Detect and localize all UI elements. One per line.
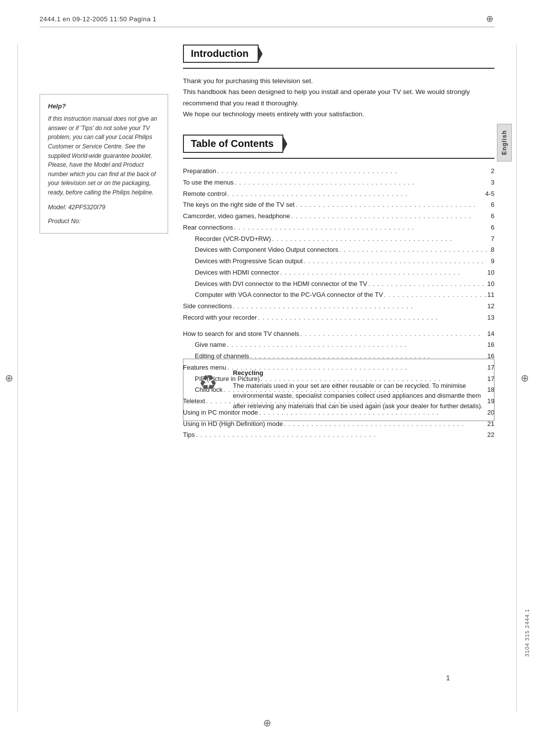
toc-label: Devices with Progressive Scan output bbox=[195, 256, 303, 267]
toc-entry: Recorder (VCR-DVD+RW) . . . . . . . . . … bbox=[183, 234, 494, 245]
crosshair-bottom: ⊕ bbox=[263, 717, 271, 729]
toc-page: 10 bbox=[488, 279, 494, 290]
toc-entry: Devices with HDMI connector . . . . . . … bbox=[183, 267, 494, 279]
toc-dots: . . . . . . . . . . . . . . . . . . . . … bbox=[290, 211, 491, 222]
toc-entry: Rear connections . . . . . . . . . . . .… bbox=[183, 222, 494, 234]
toc-entry: Tips . . . . . . . . . . . . . . . . . .… bbox=[183, 429, 494, 441]
toc-page: 8 bbox=[491, 244, 494, 256]
toc-page: 3 bbox=[491, 177, 494, 189]
toc-dots: . . . . . . . . . . . . . . . . . . . . … bbox=[234, 177, 491, 189]
toc-page: 4-5 bbox=[485, 189, 494, 200]
header-crosshair bbox=[485, 14, 494, 24]
help-box: Help? If this instruction manual does no… bbox=[40, 94, 168, 234]
toc-page: 7 bbox=[491, 234, 494, 245]
page-number: 1 bbox=[446, 674, 450, 682]
toc-label: Devices with DVI connector to the HDMI c… bbox=[195, 279, 367, 290]
side-line-right bbox=[516, 45, 517, 711]
toc-label: Tips bbox=[183, 429, 195, 441]
english-tab: English bbox=[497, 124, 512, 161]
toc-label: To use the menus bbox=[183, 177, 234, 189]
toc-label: Rear connections bbox=[183, 222, 233, 234]
toc-page: 6 bbox=[491, 199, 494, 211]
product-label: Product No: bbox=[48, 218, 81, 225]
toc-entry: Side connections . . . . . . . . . . . .… bbox=[183, 301, 494, 312]
toc-page: 13 bbox=[488, 312, 494, 324]
toc-label: Side connections bbox=[183, 301, 232, 312]
toc-dots: . . . . . . . . . . . . . . . . . . . . … bbox=[279, 267, 488, 279]
model-line: Model: 42PF5320I79 bbox=[48, 203, 160, 212]
toc-page: 22 bbox=[488, 429, 494, 441]
introduction-section: Introduction Thank you for purchasing th… bbox=[183, 45, 494, 120]
toc-label: Record with your recorder bbox=[183, 312, 257, 324]
toc-page: 9 bbox=[491, 256, 494, 267]
toc-entry: Preparation . . . . . . . . . . . . . . … bbox=[183, 166, 494, 177]
toc-page: 14 bbox=[488, 329, 494, 340]
toc-label: Devices with Component Video Output conn… bbox=[195, 244, 338, 256]
intro-p2: This handbook has been designed to help … bbox=[183, 87, 494, 109]
toc-dots: . . . . . . . . . . . . . . . . . . . . … bbox=[226, 189, 485, 200]
recycling-text: Recycling The materials used in your set… bbox=[233, 368, 484, 412]
model-label: Model: bbox=[48, 204, 67, 211]
crosshair-right: ⊕ bbox=[521, 372, 529, 384]
toc-label: Devices with HDMI connector bbox=[195, 267, 279, 279]
toc-label: Camcorder, video games, headphone bbox=[183, 211, 290, 222]
left-column: Help? If this instruction manual does no… bbox=[40, 94, 168, 234]
toc-dots: . . . . . . . . . . . . . . . . . . . . … bbox=[383, 289, 488, 301]
intro-p1: Thank you for purchasing this television… bbox=[183, 76, 494, 87]
help-body: If this instruction manual does not give… bbox=[48, 114, 160, 197]
toc-entry: Devices with Component Video Output conn… bbox=[183, 244, 494, 256]
toc-entry: Remote control . . . . . . . . . . . . .… bbox=[183, 189, 494, 200]
side-line-left bbox=[17, 45, 18, 711]
toc-entry: Give name . . . . . . . . . . . . . . . … bbox=[183, 339, 494, 351]
right-edge-text: 3104 315 2444.1 bbox=[524, 609, 530, 657]
toc-dots: . . . . . . . . . . . . . . . . . . . . … bbox=[338, 244, 491, 256]
recycling-title: Recycling bbox=[233, 368, 484, 378]
toc-entry: How to search for and store TV channels … bbox=[183, 329, 494, 340]
toc-dots: . . . . . . . . . . . . . . . . . . . . … bbox=[299, 329, 487, 340]
intro-text: Thank you for purchasing this television… bbox=[183, 76, 494, 120]
toc-page: 16 bbox=[488, 339, 494, 351]
toc-spacer bbox=[183, 324, 494, 329]
toc-entry: Devices with Progressive Scan output . .… bbox=[183, 256, 494, 267]
crosshair-left: ⊕ bbox=[5, 372, 13, 384]
page: ⊕ ⊕ ⊕ 2444.1 en 09-12-2005 11:50 Pagina … bbox=[0, 0, 534, 756]
toc-page: 6 bbox=[491, 211, 494, 222]
recycling-body: The materials used in your set are eithe… bbox=[233, 381, 484, 412]
toc-entry: Computer with VGA connector to the PC-VG… bbox=[183, 289, 494, 301]
header-text: 2444.1 en 09-12-2005 11:50 Pagina 1 bbox=[40, 15, 157, 23]
recycle-icon: ♻ bbox=[193, 368, 223, 398]
toc-entry: Devices with DVI connector to the HDMI c… bbox=[183, 279, 494, 290]
toc-dots: . . . . . . . . . . . . . . . . . . . . … bbox=[226, 339, 488, 351]
toc-dots: . . . . . . . . . . . . . . . . . . . . … bbox=[295, 199, 491, 211]
toc-dots: . . . . . . . . . . . . . . . . . . . . … bbox=[271, 234, 491, 245]
toc-dots: . . . . . . . . . . . . . . . . . . . . … bbox=[367, 279, 488, 290]
toc-label: How to search for and store TV channels bbox=[183, 329, 299, 340]
toc-entry: The keys on the right side of the TV set… bbox=[183, 199, 494, 211]
toc-label: The keys on the right side of the TV set bbox=[183, 199, 295, 211]
toc-dots: . . . . . . . . . . . . . . . . . . . . … bbox=[233, 222, 491, 234]
toc-page: 2 bbox=[491, 166, 494, 177]
recycling-section: ♻ Recycling The materials used in your s… bbox=[183, 359, 494, 421]
toc-dots: . . . . . . . . . . . . . . . . . . . . … bbox=[303, 256, 491, 267]
toc-divider bbox=[183, 158, 494, 159]
help-title: Help? bbox=[48, 101, 160, 111]
toc-label: Recorder (VCR-DVD+RW) bbox=[195, 234, 271, 245]
toc-dots: . . . . . . . . . . . . . . . . . . . . … bbox=[195, 429, 487, 441]
toc-entry: Camcorder, video games, headphone . . . … bbox=[183, 211, 494, 222]
toc-entry: To use the menus . . . . . . . . . . . .… bbox=[183, 177, 494, 189]
toc-dots: . . . . . . . . . . . . . . . . . . . . … bbox=[257, 312, 488, 324]
toc-page: 10 bbox=[488, 267, 494, 279]
header-bar: 2444.1 en 09-12-2005 11:50 Pagina 1 bbox=[40, 14, 494, 27]
intro-divider bbox=[183, 68, 494, 69]
toc-dots: . . . . . . . . . . . . . . . . . . . . … bbox=[216, 166, 491, 177]
toc-heading: Table of Contents bbox=[183, 135, 283, 153]
toc-entry: Record with your recorder . . . . . . . … bbox=[183, 312, 494, 324]
toc-page: 12 bbox=[488, 301, 494, 312]
model-value: 42PF5320I79 bbox=[68, 204, 105, 211]
right-column: English Introduction Thank you for purch… bbox=[183, 45, 494, 441]
toc-page: 11 bbox=[488, 289, 494, 301]
toc-label: Computer with VGA connector to the PC-VG… bbox=[195, 289, 383, 301]
toc-label: Preparation bbox=[183, 166, 216, 177]
toc-dots: . . . . . . . . . . . . . . . . . . . . … bbox=[232, 301, 488, 312]
introduction-heading: Introduction bbox=[183, 45, 259, 63]
